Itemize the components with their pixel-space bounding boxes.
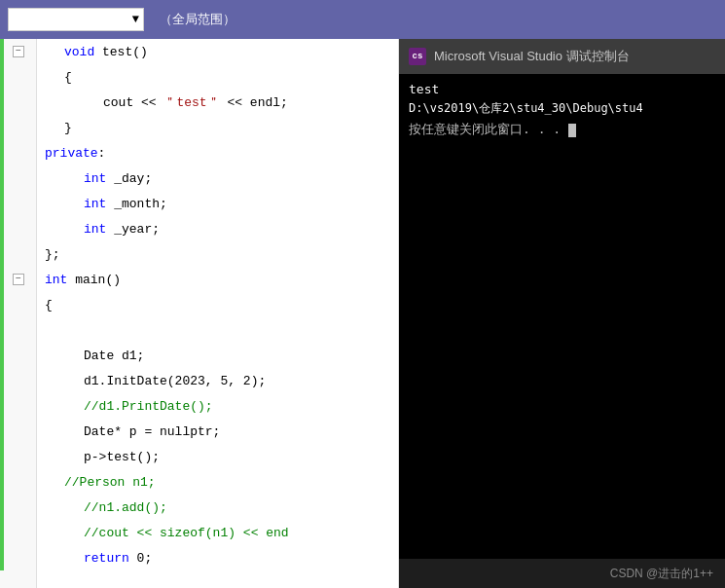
gutter-row <box>0 469 36 495</box>
console-output: test <box>409 82 715 96</box>
console-watermark: CSDN @进击的1++ <box>610 566 713 582</box>
code-line: d1.InitDate(2023, 5, 2); <box>37 368 398 393</box>
code-line: int _year; <box>37 216 398 241</box>
gutter-row <box>0 444 36 469</box>
console-title: Microsoft Visual Studio 调试控制台 <box>434 48 630 65</box>
code-line: p->test(); <box>37 444 398 469</box>
gutter-row <box>0 90 36 115</box>
code-line: private: <box>37 140 398 165</box>
code-line: { <box>37 292 398 317</box>
code-line: return 0; <box>37 545 398 570</box>
lines-area: void test() { cout << ＂test＂ << endl; } … <box>37 39 398 588</box>
gutter-row <box>0 495 36 520</box>
console-path: D:\vs2019\仓库2\stu4_30\Debug\stu4 <box>409 100 715 117</box>
gutter-row <box>0 64 36 90</box>
gutter-row <box>0 393 36 419</box>
collapse-button[interactable]: − <box>13 46 24 57</box>
gutter-row <box>0 165 36 191</box>
scope-label: （全局范围） <box>160 11 236 28</box>
gutter-row <box>0 191 36 216</box>
gutter-row <box>0 343 36 368</box>
top-bar: ▼ （全局范围） <box>0 0 725 39</box>
gutter-row <box>0 419 36 444</box>
gutter-row <box>0 545 36 570</box>
code-line: cout << ＂test＂ << endl; <box>37 90 398 115</box>
console-body: test D:\vs2019\仓库2\stu4_30\Debug\stu4 按任… <box>399 74 725 559</box>
code-line: void test() <box>37 39 398 64</box>
code-line: //n1.add(); <box>37 495 398 520</box>
code-line: int _month; <box>37 191 398 216</box>
code-line: Date* p = nullptr; <box>37 419 398 444</box>
gutter-row: − <box>0 39 36 64</box>
console-title-bar: cs Microsoft Visual Studio 调试控制台 <box>399 39 725 74</box>
console-footer: CSDN @进击的1++ <box>399 559 725 588</box>
dropdown-arrow: ▼ <box>132 13 139 26</box>
console-prompt: 按任意键关闭此窗口. . . <box>409 121 715 138</box>
code-line <box>37 317 398 343</box>
console-cursor <box>568 124 576 137</box>
code-line: int main() <box>37 267 398 292</box>
code-line: } <box>37 115 398 140</box>
gutter-row <box>0 317 36 343</box>
gutter-row <box>0 292 36 317</box>
code-line: }; <box>37 241 398 267</box>
code-line: //Person n1; <box>37 469 398 495</box>
scope-dropdown[interactable]: ▼ <box>8 8 144 31</box>
collapse-button[interactable]: − <box>13 274 24 285</box>
code-panel: − <box>0 39 399 588</box>
code-line: { <box>37 64 398 90</box>
gutter-row <box>0 115 36 140</box>
gutter-row <box>0 368 36 393</box>
gutter-row <box>0 520 36 545</box>
gutter: − <box>0 39 37 588</box>
gutter-row: − <box>0 267 36 292</box>
code-line: int _day; <box>37 165 398 191</box>
console-panel: cs Microsoft Visual Studio 调试控制台 test D:… <box>399 39 725 588</box>
code-line: //cout << sizeof(n1) << end <box>37 520 398 545</box>
gutter-row <box>0 241 36 267</box>
gutter-row <box>0 216 36 241</box>
gutter-row <box>0 140 36 165</box>
code-line: //d1.PrintDate(); <box>37 393 398 419</box>
code-line: Date d1; <box>37 343 398 368</box>
console-icon: cs <box>409 48 426 65</box>
